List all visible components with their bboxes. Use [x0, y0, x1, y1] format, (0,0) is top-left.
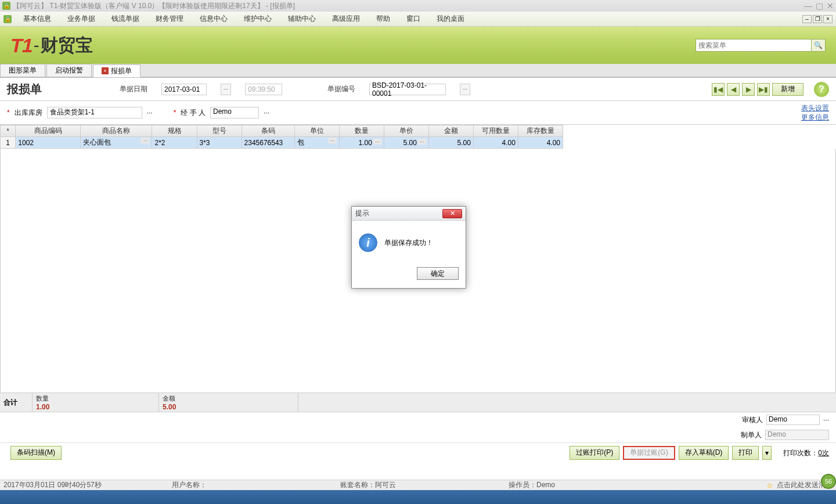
dialog-ok-button[interactable]: 确定	[417, 267, 459, 280]
modal-overlay: 提示 ✕ i 单据保存成功！ 确定	[0, 0, 836, 504]
info-icon: i	[359, 233, 377, 252]
info-dialog: 提示 ✕ i 单据保存成功！ 确定	[351, 206, 466, 289]
dialog-title: 提示	[355, 208, 442, 218]
dialog-message: 单据保存成功！	[384, 238, 433, 248]
dialog-close-button[interactable]: ✕	[442, 209, 462, 218]
